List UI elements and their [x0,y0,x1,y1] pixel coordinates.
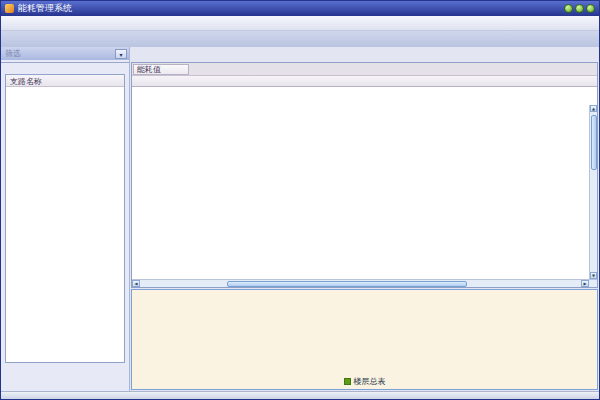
sidebar: 筛选 ▾ 支路名称 [1,47,130,391]
app-window: 能耗管理系统 筛选 ▾ 支路名称 能耗值 [0,0,600,400]
window-controls [564,4,595,13]
tree-header[interactable]: 支路名称 [6,75,124,87]
scroll-left-icon[interactable]: ◀ [132,280,140,287]
sidebar-header: 筛选 ▾ [1,47,129,60]
horizontal-scrollbar[interactable]: ◀ ▶ [132,279,597,287]
sidebar-collapse-button[interactable]: ▾ [115,49,127,59]
sidebar-buttons [1,365,129,391]
chart-legend: 楼层总表 [132,376,597,387]
pivot-grid: 能耗值 ◀ ▶ ▲ ▼ [131,62,598,288]
circuit-tree [6,87,124,362]
chart-panel: 楼层总表 [131,289,598,390]
legend-swatch-icon [344,378,351,385]
period-toolbar [130,47,599,62]
sidebar-form [1,62,129,70]
pivot-data-header[interactable]: 能耗值 [133,64,189,75]
document-tabbar [1,31,599,47]
scroll-up-icon[interactable]: ▲ [590,105,597,112]
menubar [1,16,599,31]
statusbar [1,391,599,399]
column-header-row [132,76,597,87]
sidebar-header-label: 筛选 [5,48,21,59]
window-title: 能耗管理系统 [18,2,72,15]
close-button[interactable] [586,4,595,13]
legend-label: 楼层总表 [354,376,386,387]
main-area: 能耗值 ◀ ▶ ▲ ▼ [130,47,599,391]
scroll-down-icon[interactable]: ▼ [590,272,597,279]
vertical-scroll-thumb[interactable] [591,115,597,170]
minimize-button[interactable] [564,4,573,13]
table-body [132,87,597,279]
scroll-right-icon[interactable]: ▶ [581,280,589,287]
maximize-button[interactable] [575,4,584,13]
circuit-tree-panel: 支路名称 [5,74,125,363]
pivot-header-strip: 能耗值 [132,63,597,76]
app-icon [5,4,14,13]
vertical-scrollbar[interactable]: ▲ ▼ [589,105,597,279]
titlebar: 能耗管理系统 [1,1,599,16]
body: 筛选 ▾ 支路名称 能耗值 ◀ [1,47,599,391]
horizontal-scroll-thumb[interactable] [227,281,467,287]
